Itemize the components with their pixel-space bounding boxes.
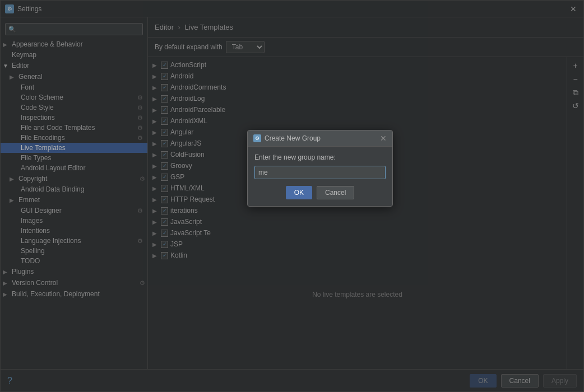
modal-icon: ⚙ [253,134,261,142]
modal-title-bar: ⚙ Create New Group ✕ [248,130,392,147]
modal-body: Enter the new group name: OK Cancel [248,147,392,206]
modal-overlay[interactable]: ⚙ Create New Group ✕ Enter the new group… [0,0,584,392]
modal-title: Create New Group [265,134,380,142]
modal-cancel-button[interactable]: Cancel [317,186,354,199]
modal-buttons: OK Cancel [254,186,386,199]
modal-label: Enter the new group name: [254,153,386,161]
modal-close-button[interactable]: ✕ [380,134,387,143]
create-new-group-dialog: ⚙ Create New Group ✕ Enter the new group… [247,130,393,207]
modal-ok-button[interactable]: OK [286,186,312,199]
group-name-input[interactable] [254,166,386,179]
